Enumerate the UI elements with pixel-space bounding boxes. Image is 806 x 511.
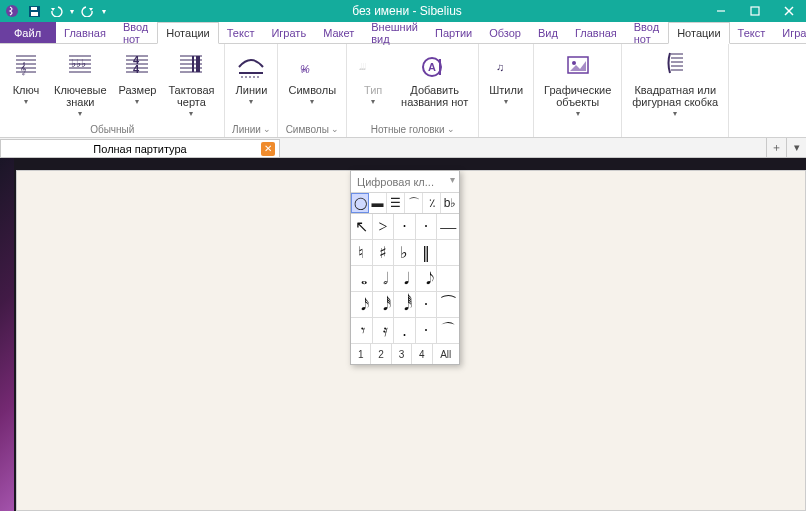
tab-3[interactable]: Текст (219, 22, 264, 43)
keypad-cell-20[interactable]: 𝄾 (351, 318, 373, 344)
ribbon-btn-beams[interactable]: ♫Штили▾ (483, 47, 529, 108)
undo-icon[interactable] (48, 3, 64, 19)
keypad-cell-13[interactable]: 𝅘𝅥𝅮 (416, 266, 438, 292)
group-caption (483, 134, 529, 137)
tab-Текст[interactable]: Текст (730, 22, 775, 43)
keypad-pin-icon[interactable]: ▾ (450, 174, 455, 185)
ribbon-btn-label: Ключ (13, 84, 40, 96)
keypad-tab-2[interactable]: ☰ (387, 193, 405, 213)
ribbon-group-2: 𝄐%Символы▾Символы (278, 44, 347, 137)
keypad-tab-0[interactable]: ◯ (351, 193, 369, 213)
tab-1[interactable]: Ввод нот (115, 22, 157, 43)
redo-dropdown-icon[interactable]: ▾ (102, 7, 106, 16)
keypad-tab-1[interactable]: ▬ (369, 193, 387, 213)
keypad-cell-2[interactable]: · (394, 214, 416, 240)
ribbon-btn-bracket[interactable]: Квадратная или фигурная скобка▾ (626, 47, 724, 120)
close-button[interactable] (772, 0, 806, 22)
keypad-cell-3[interactable]: · (416, 214, 438, 240)
group-caption[interactable]: Нотные головки (351, 123, 474, 137)
keypad-cell-19[interactable]: ⁀ (437, 292, 459, 318)
ribbon-btn-symbols[interactable]: 𝄐%Символы▾ (282, 47, 342, 108)
keypad-layer-1[interactable]: 1 (351, 344, 371, 364)
svg-text:♫: ♫ (496, 61, 504, 73)
ribbon-group-0: 𝄞Ключ▾♭♭♭Ключевые знаки▾44Размер▾Тактова… (0, 44, 225, 137)
tab-Играть[interactable]: Играть (774, 22, 806, 43)
document-tabs: Полная партитура ✕ ＋ ▾ (0, 138, 806, 158)
maximize-button[interactable] (738, 0, 772, 22)
tab-7[interactable]: Партии (427, 22, 481, 43)
minimize-button[interactable] (704, 0, 738, 22)
tab-6[interactable]: Внешний вид (363, 22, 427, 43)
keypad-cell-4[interactable]: ― (437, 214, 459, 240)
tab-5[interactable]: Макет (315, 22, 363, 43)
tab-9[interactable]: Вид (530, 22, 567, 43)
ribbon-btn-graphics[interactable]: Графические объекты▾ (538, 47, 617, 120)
keypad-tab-4[interactable]: ٪ (423, 193, 441, 213)
ribbon-btn-keysig[interactable]: ♭♭♭Ключевые знаки▾ (48, 47, 113, 120)
keypad-cell-17[interactable]: 𝅘𝅥𝅱 (394, 292, 416, 318)
keypad-cell-0[interactable]: ↖ (351, 214, 373, 240)
ribbon-group-5: Графические объекты▾ (534, 44, 622, 137)
ribbon-btn-lines[interactable]: Линии▾ (229, 47, 273, 108)
save-icon[interactable] (26, 3, 42, 19)
navigator-strip (0, 158, 14, 511)
keypad-cell-1[interactable]: > (373, 214, 395, 240)
keypad-cell-22[interactable]: . (394, 318, 416, 344)
keypad-cell-6[interactable]: ♯ (373, 240, 395, 266)
redo-icon[interactable] (80, 3, 96, 19)
keypad-cell-8[interactable]: ‖ (416, 240, 438, 266)
keypad-cell-7[interactable]: ♭ (394, 240, 416, 266)
keypad-cell-14[interactable] (437, 266, 459, 292)
document-tab-close-icon[interactable]: ✕ (261, 142, 275, 156)
keysig-icon: ♭♭♭ (64, 49, 96, 81)
keypad-tab-3[interactable]: ⌒ (405, 193, 423, 213)
keypad-cell-11[interactable]: 𝅗𝅥 (373, 266, 395, 292)
tab-Главная[interactable]: Главная (567, 22, 626, 43)
keypad-panel[interactable]: Цифровая кл... ▾ ◯▬☰⌒٪b♭ ↖>··―♮♯♭‖𝅝𝅗𝅥𝅘𝅥𝅘… (350, 170, 460, 365)
ribbon-btn-clef[interactable]: 𝄞Ключ▾ (4, 47, 48, 108)
svg-text:%: % (300, 63, 310, 75)
keypad-cell-21[interactable]: 𝄿 (373, 318, 395, 344)
ribbon-btn-barline[interactable]: Тактовая черта▾ (162, 47, 220, 120)
keypad-layer-3[interactable]: 3 (392, 344, 412, 364)
undo-dropdown-icon[interactable]: ▾ (70, 7, 74, 16)
group-caption[interactable]: Линии (229, 123, 273, 137)
keypad-cell-16[interactable]: 𝅘𝅥𝅰 (373, 292, 395, 318)
ribbon-group-6: Квадратная или фигурная скобка▾ (622, 44, 729, 137)
document-tab[interactable]: Полная партитура ✕ (0, 139, 280, 157)
keypad-tab-5[interactable]: b♭ (441, 193, 459, 213)
tab-2[interactable]: Нотации (157, 22, 218, 44)
keypad-layer-4[interactable]: 4 (412, 344, 432, 364)
keypad-cell-9[interactable] (437, 240, 459, 266)
ribbon-btn-notetype[interactable]: 𝅘𝅥 𝅘𝅥 𝅘𝅥Тип▾ (351, 47, 395, 108)
keypad-cell-15[interactable]: 𝅘𝅥𝅯 (351, 292, 373, 318)
keypad-cell-12[interactable]: 𝅘𝅥 (394, 266, 416, 292)
size-icon: 44 (121, 49, 153, 81)
ribbon-btn-addnames[interactable]: AДобавить названия нот (395, 47, 474, 110)
ribbon-btn-label: Ключевые знаки (54, 84, 107, 108)
tab-0[interactable]: Главная (56, 22, 115, 43)
add-tab-button[interactable]: ＋ (766, 138, 786, 157)
svg-point-45 (572, 61, 576, 65)
dropdown-icon: ▾ (576, 109, 580, 118)
tab-4[interactable]: Играть (263, 22, 315, 43)
keypad-layer-2[interactable]: 2 (371, 344, 391, 364)
svg-text:4: 4 (133, 63, 140, 75)
tab-8[interactable]: Обзор (481, 22, 530, 43)
keypad-cell-23[interactable]: · (416, 318, 438, 344)
notetype-icon: 𝅘𝅥 𝅘𝅥 𝅘𝅥 (357, 49, 389, 81)
tab-menu-button[interactable]: ▾ (786, 138, 806, 157)
tab-Нотации[interactable]: Нотации (668, 22, 729, 44)
ribbon-btn-size[interactable]: 44Размер▾ (113, 47, 163, 108)
keypad-cell-10[interactable]: 𝅝 (351, 266, 373, 292)
group-caption[interactable]: Символы (282, 123, 342, 137)
keypad-cell-24[interactable]: ⌒ (437, 318, 459, 344)
svg-rect-33 (192, 56, 194, 72)
ribbon: 𝄞Ключ▾♭♭♭Ключевые знаки▾44Размер▾Тактова… (0, 44, 806, 138)
group-caption (626, 134, 724, 137)
tab-Ввод нот[interactable]: Ввод нот (626, 22, 668, 43)
tab-file[interactable]: Файл (0, 22, 56, 43)
keypad-cell-18[interactable]: · (416, 292, 438, 318)
keypad-layer-All[interactable]: All (433, 344, 459, 364)
keypad-cell-5[interactable]: ♮ (351, 240, 373, 266)
